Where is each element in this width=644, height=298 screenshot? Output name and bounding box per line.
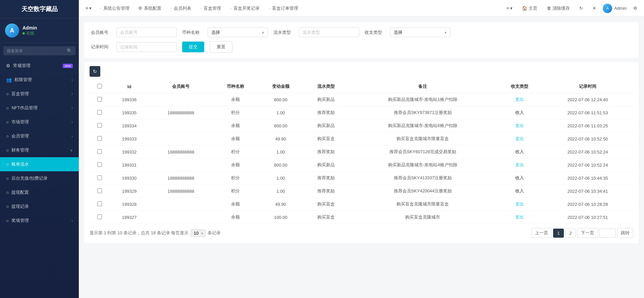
table-row: 199332 18888888888 积分 1.00 推荐奖励 推荐会员SKY6… — [90, 145, 633, 159]
row-amount: 49.90 — [258, 198, 303, 211]
income-type-select[interactable]: 选择 — [390, 27, 450, 37]
row-checkbox — [90, 119, 110, 132]
row-flow-type: 推荐奖励 — [303, 106, 348, 119]
clear-icon: 🗑 — [547, 6, 551, 11]
row-id: 199331 — [110, 159, 149, 172]
menu-toggle-button[interactable]: ≡ ▾ — [83, 4, 94, 12]
sidebar-item-permission[interactable]: 👥 权限管理 › — [0, 73, 79, 87]
sidebar-item-market[interactable]: ○ 市场管理 › — [0, 115, 79, 129]
row-currency: 余额 — [213, 132, 258, 145]
row-currency: 积分 — [213, 106, 258, 119]
submit-button[interactable]: 提交 — [182, 42, 204, 52]
sidebar-item-withdraw-config[interactable]: ○ 提现配置 — [0, 185, 79, 199]
status-dot — [22, 32, 25, 35]
topnav-right: ≡ ▾ 🏠 主页 🗑 清除缓存 ↻ ✕ A Admin ⚙ — [504, 4, 640, 13]
currency-select[interactable]: 选择 — [208, 27, 268, 37]
row-amount: 800.00 — [258, 93, 303, 106]
row-income-type: 收入 — [497, 172, 542, 185]
table-row: 199330 18888888888 积分 1.00 推荐奖励 推荐会员SKY4… — [90, 172, 633, 185]
header-income-type: 收支类型 — [497, 80, 542, 93]
home-btn[interactable]: 🏠 主页 — [519, 4, 540, 13]
search-input[interactable] — [7, 49, 67, 53]
row-flow-type: 购买新品 — [303, 119, 348, 132]
dot-icon: ○ — [170, 6, 172, 10]
sidebar-item-recharge[interactable]: ○ 后台充值/扣费记录 — [0, 171, 79, 185]
row-note: 推荐会员SKY873871注册奖励 — [348, 106, 497, 119]
sidebar-item-withdraw[interactable]: ○ 提现记录 — [0, 199, 79, 214]
row-id: 199334 — [110, 119, 149, 132]
settings-btn[interactable]: ⚙ — [631, 4, 640, 12]
flow-type-label: 流水类型 — [273, 29, 293, 36]
row-select-checkbox[interactable] — [97, 201, 102, 206]
sidebar-item-blindbox[interactable]: ○ 盲盒管理 › — [0, 87, 79, 101]
nft-icon: ○ — [6, 105, 9, 111]
refresh-button[interactable]: ↻ — [90, 66, 100, 77]
row-income-type: 收入 — [497, 145, 542, 159]
row-select-checkbox[interactable] — [97, 175, 102, 180]
data-table: Id 会员账号 币种名称 变动金额 流水类型 备注 收支类型 记录时间 1993… — [90, 80, 633, 224]
page-1-button[interactable]: 1 — [553, 229, 564, 238]
sidebar-item-nft[interactable]: ○ NFT作品管理 › — [0, 101, 79, 115]
per-page-wrapper: 10 20 50 — [191, 229, 206, 237]
fullscreen-btn[interactable]: ✕ — [590, 4, 599, 12]
reset-button[interactable]: 重置 — [210, 41, 232, 53]
page-2-button[interactable]: 2 — [565, 229, 576, 238]
row-select-checkbox[interactable] — [97, 188, 102, 193]
row-select-checkbox[interactable] — [97, 215, 102, 219]
menu-btn[interactable]: ≡ ▾ — [504, 4, 515, 12]
account-input[interactable] — [116, 27, 177, 37]
sidebar-item-prize[interactable]: ○ 奖项管理 › — [0, 214, 79, 228]
account-icon: ○ — [6, 162, 9, 167]
time-label: 记录时间 — [91, 44, 111, 50]
row-select-checkbox[interactable] — [97, 123, 102, 128]
row-select-checkbox[interactable] — [97, 110, 102, 115]
home-icon: 🏠 — [522, 6, 527, 11]
header-time: 记录时间 — [542, 80, 633, 93]
row-select-checkbox[interactable] — [97, 149, 102, 154]
row-amount: 1.00 — [258, 106, 303, 119]
row-note: 购买新品克隆城市-发电站6账户扣除 — [348, 119, 497, 132]
refresh-icon: ↻ — [579, 6, 583, 11]
refresh-page-btn[interactable]: ↻ — [577, 4, 586, 12]
time-input[interactable] — [116, 42, 177, 52]
per-page-select[interactable]: 10 20 50 — [191, 229, 206, 237]
page-jump-input[interactable] — [599, 229, 616, 238]
row-select-checkbox[interactable] — [97, 136, 102, 141]
permission-icon: 👥 — [6, 77, 12, 82]
nav-system-notice[interactable]: ○ 系统公告管理 — [96, 4, 133, 13]
row-time: 2022-07-06 10:44:35 — [542, 172, 633, 185]
select-all-checkbox[interactable] — [97, 84, 102, 88]
table-row: 199329 18888888888 积分 1.00 推荐奖励 推荐会员SKY4… — [90, 185, 633, 198]
nav-blind-box[interactable]: ○ 盲盒管理 — [197, 4, 224, 13]
next-page-button[interactable]: 下一页 — [577, 228, 598, 238]
nav-member-list[interactable]: ○ 会员列表 — [167, 4, 195, 13]
nav-open-record[interactable]: ○ 盲盒开奖记录 — [226, 4, 263, 13]
clear-cache-btn[interactable]: 🗑 清除缓存 — [544, 4, 573, 13]
fullscreen-icon: ✕ — [592, 6, 596, 11]
sidebar-item-member[interactable]: ○ 会员管理 › — [0, 129, 79, 143]
sidebar-item-general[interactable]: ⚙ 常规管理 new — [0, 59, 79, 73]
nav-order-mgmt[interactable]: ○ 盲盒订单管理 — [265, 4, 302, 13]
prev-page-button[interactable]: 上一页 — [531, 228, 552, 238]
row-account: 18888888888 — [149, 185, 213, 198]
row-currency: 积分 — [213, 185, 258, 198]
filter-row-2: 记录时间 提交 重置 — [91, 41, 632, 53]
row-id: 199327 — [110, 211, 149, 224]
sidebar-item-account[interactable]: ○ 账单流水 — [0, 157, 79, 171]
admin-menu[interactable]: A Admin — [603, 4, 627, 13]
row-select-checkbox[interactable] — [97, 162, 102, 167]
sidebar-item-finance[interactable]: ○ 财务管理 ∨ — [0, 143, 79, 157]
row-flow-type: 购买盲盒 — [303, 211, 348, 224]
flow-type-input[interactable] — [299, 27, 359, 37]
row-amount: 800.00 — [258, 119, 303, 132]
row-amount: 100.00 — [258, 211, 303, 224]
row-income-type: 支出 — [497, 93, 542, 106]
nav-system-config[interactable]: ⚙ 系统配置 — [135, 4, 165, 13]
row-select-checkbox[interactable] — [97, 97, 102, 102]
row-flow-type: 购买盲盒 — [303, 198, 348, 211]
avatar: A — [5, 23, 19, 38]
row-time: 2022-07-06 10:28:28 — [542, 198, 633, 211]
search-box[interactable]: 🔍 — [3, 46, 75, 55]
jump-button[interactable]: 跳转 — [617, 228, 633, 238]
row-account — [149, 93, 213, 106]
